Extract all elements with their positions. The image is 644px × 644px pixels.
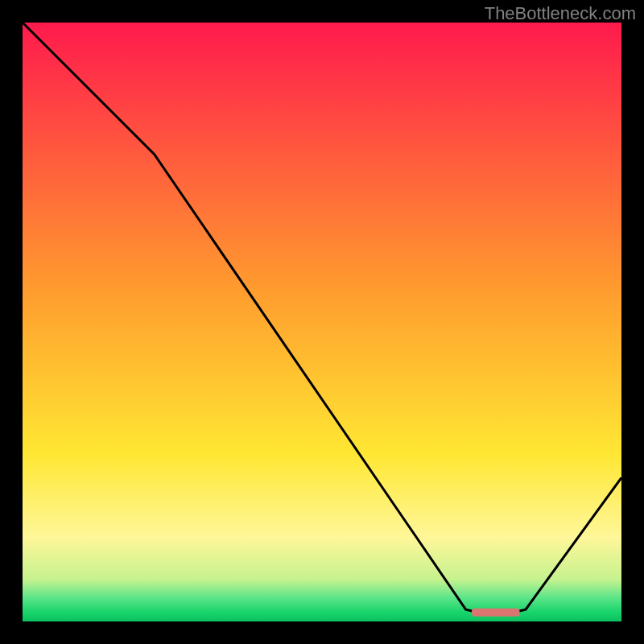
chart-area: [23, 23, 621, 621]
chart-svg: [23, 23, 621, 621]
marker-pill: [472, 609, 520, 617]
watermark-text: TheBottleneck.com: [485, 3, 636, 24]
